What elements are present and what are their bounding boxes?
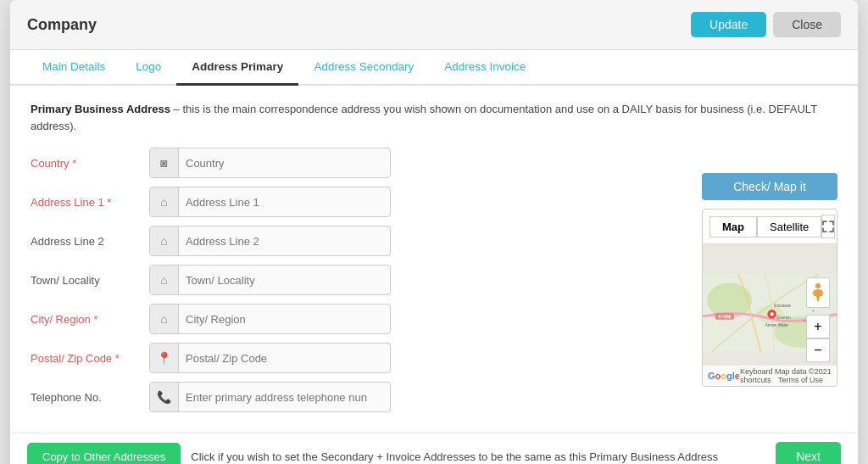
zoom-out-button[interactable]: − [806, 338, 830, 362]
modal-header: Company Update Close [10, 0, 858, 50]
label-address2: Address Line 2 [31, 235, 149, 248]
map-tab-map[interactable]: Map [709, 216, 757, 238]
map-keyboard-shortcuts: Keyboard shortcuts [740, 367, 775, 384]
field-row-town: Town/ Locality ⌂ [31, 265, 685, 295]
address1-input[interactable] [179, 196, 390, 209]
svg-text:Ericstane: Ericstane [774, 304, 791, 308]
tab-address-secondary[interactable]: Address Secondary [298, 50, 429, 86]
tab-main-details[interactable]: Main Details [27, 50, 120, 86]
svg-text:Annan Water: Annan Water [765, 323, 789, 327]
tab-address-primary[interactable]: Address Primary [176, 50, 298, 86]
map-data-info: Map data ©2021 Terms of Use [775, 367, 832, 384]
town-input[interactable] [179, 274, 390, 287]
input-wrapper-town: ⌂ [149, 265, 391, 295]
home-icon-2: ⌂ [150, 226, 179, 255]
zoom-in-button[interactable]: + [806, 315, 830, 338]
home-icon-3: ⌂ [150, 266, 179, 294]
label-town: Town/ Locality [31, 274, 149, 287]
content-area: Country * ◙ Address Line 1 * ⌂ [31, 148, 837, 421]
copy-to-addresses-button[interactable]: Copy to Other Addresses [27, 443, 181, 465]
address2-input[interactable] [179, 235, 390, 248]
label-postal: Postal/ Zip Code * [31, 352, 149, 365]
svg-point-10 [771, 312, 774, 316]
field-row-address2: Address Line 2 ⌂ [31, 226, 685, 256]
description: Primary Business Address – this is the m… [31, 101, 837, 134]
phone-icon: 📞 [150, 383, 179, 411]
label-telephone: Telephone No. [31, 391, 149, 404]
globe-icon: ◙ [150, 148, 179, 177]
field-row-country: Country * ◙ [31, 148, 685, 178]
map-svg: A74(M) Ericstane Granton Annan Water Rou… [703, 240, 837, 386]
check-map-button[interactable]: Check/ Map it [702, 173, 837, 200]
map-type-buttons: Map Satellite [709, 216, 821, 238]
next-button[interactable]: Next [776, 442, 841, 464]
input-wrapper-address2: ⌂ [149, 226, 391, 256]
map-background: A74(M) Ericstane Granton Annan Water Rou… [703, 240, 837, 386]
google-logo: Google [708, 371, 740, 381]
footer-info-text: Click if you wish to set the Secondary +… [191, 450, 765, 463]
field-row-telephone: Telephone No. 📞 [31, 382, 685, 412]
update-button[interactable]: Update [691, 12, 766, 37]
telephone-input[interactable] [179, 391, 390, 404]
company-modal: Company Update Close Main Details Logo A… [10, 0, 858, 464]
right-panel: Check/ Map it Map Satellite [702, 148, 837, 421]
zoom-buttons: + − [806, 315, 830, 362]
svg-text:ill: ill [812, 309, 815, 313]
input-wrapper-country: ◙ [149, 148, 391, 178]
label-country: Country * [31, 157, 149, 170]
tabs-container: Main Details Logo Address Primary Addres… [10, 50, 858, 86]
map-expand-button[interactable] [821, 215, 835, 238]
svg-text:A74(M): A74(M) [718, 315, 732, 319]
svg-text:Granton: Granton [776, 316, 791, 320]
street-view-button[interactable] [806, 277, 830, 308]
description-bold: Primary Business Address [31, 103, 170, 115]
tab-logo[interactable]: Logo [120, 50, 176, 86]
label-address1: Address Line 1 * [31, 196, 149, 209]
city-input[interactable] [179, 313, 390, 326]
modal-title: Company [27, 16, 97, 34]
field-row-city: City/ Region * ⌂ [31, 304, 685, 334]
input-wrapper-telephone: 📞 [149, 382, 391, 412]
home-icon-4: ⌂ [150, 305, 179, 333]
modal-footer: Copy to Other Addresses Click if you wis… [10, 433, 858, 464]
close-button[interactable]: Close [773, 12, 841, 37]
map-footer: Google Keyboard shortcuts Map data ©2021… [703, 366, 837, 386]
input-wrapper-address1: ⌂ [149, 187, 391, 217]
map-tab-satellite[interactable]: Satellite [757, 216, 821, 238]
tab-address-invoice[interactable]: Address Invoice [429, 50, 541, 86]
country-input[interactable] [179, 157, 390, 170]
form-area: Country * ◙ Address Line 1 * ⌂ [31, 148, 685, 421]
input-wrapper-postal: 📍 [149, 343, 391, 373]
label-city: City/ Region * [31, 313, 149, 326]
field-row-address1: Address Line 1 * ⌂ [31, 187, 685, 217]
map-controls-top: Map Satellite [703, 210, 837, 244]
home-icon-1: ⌂ [150, 187, 179, 216]
pin-icon: 📍 [150, 344, 179, 372]
map-container: Map Satellite [702, 209, 837, 387]
field-row-postal: Postal/ Zip Code * 📍 [31, 343, 685, 373]
svg-point-14 [815, 283, 821, 288]
modal-body: Primary Business Address – this is the m… [10, 86, 858, 421]
header-buttons: Update Close [691, 12, 841, 37]
input-wrapper-city: ⌂ [149, 304, 391, 334]
postal-input[interactable] [179, 352, 390, 365]
